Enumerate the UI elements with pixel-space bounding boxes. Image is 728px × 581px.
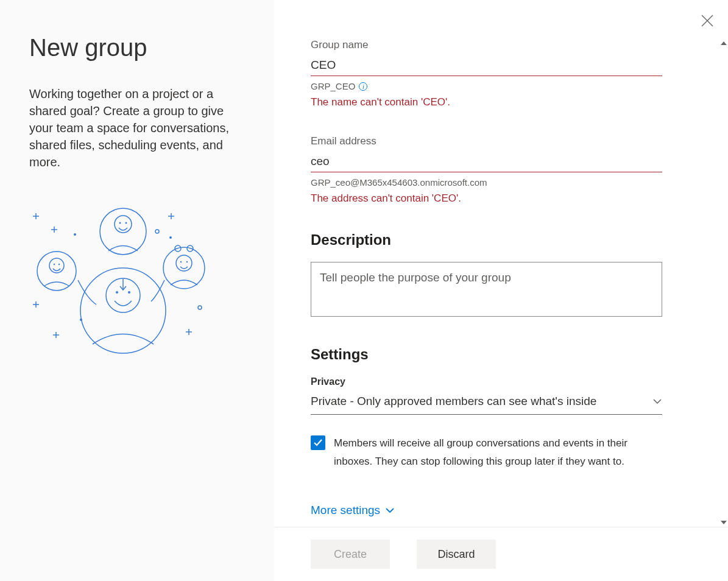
svg-point-25 [163,247,205,289]
group-name-input[interactable] [311,55,662,76]
email-hint-row: GRP_ceo@M365x454603.onmicrosoft.com [311,177,662,188]
left-pane: New group Working together on a project … [0,0,274,581]
svg-point-13 [155,230,159,233]
subscribe-checkbox[interactable] [311,435,325,450]
email-input[interactable] [311,151,662,172]
settings-heading: Settings [311,346,662,363]
more-settings-toggle[interactable]: More settings [311,504,662,517]
more-settings-label: More settings [311,504,380,517]
svg-point-23 [54,264,55,265]
page-title: New group [29,34,247,61]
scrollbar[interactable] [719,39,728,527]
scroll-up-icon [721,41,727,45]
svg-point-16 [169,236,172,239]
description-input[interactable] [311,262,662,317]
privacy-select[interactable]: Private - Only approved members can see … [311,391,662,415]
svg-point-19 [119,222,121,224]
form-area: Group name GRP_CEO i The name can't cont… [274,0,728,527]
email-field: Email address GRP_ceo@M365x454603.onmicr… [311,135,662,205]
right-pane: Group name GRP_CEO i The name can't cont… [274,0,728,581]
email-error: The address can't contain 'CEO'. [311,192,662,205]
group-name-label: Group name [311,39,662,51]
svg-point-14 [198,306,202,309]
privacy-label: Privacy [311,376,662,387]
group-name-alias: GRP_CEO [311,81,355,91]
subscribe-label: Members will receive all group conversat… [334,434,662,471]
discard-button[interactable]: Discard [417,540,496,569]
chevron-down-icon [652,396,662,406]
email-resolved: GRP_ceo@M365x454603.onmicrosoft.com [311,177,487,188]
email-label: Email address [311,135,662,147]
group-name-hint-row: GRP_CEO i [311,81,662,91]
svg-point-33 [116,291,118,294]
page-intro: Working together on a project or a share… [29,85,236,171]
dialog-footer: Create Discard [274,527,728,581]
settings-section: Settings Privacy Private - Only approved… [311,346,662,517]
group-name-field: Group name GRP_CEO i The name can't cont… [311,39,662,108]
svg-point-30 [186,261,188,262]
svg-point-34 [128,291,130,294]
group-name-error: The name can't contain 'CEO'. [311,96,662,108]
svg-point-29 [180,261,182,262]
description-heading: Description [311,231,662,248]
svg-point-12 [74,233,76,236]
chevron-down-icon [385,505,395,515]
info-icon[interactable]: i [359,82,367,91]
svg-point-20 [125,222,127,224]
scroll-down-icon [721,521,727,524]
new-group-dialog: New group Working together on a project … [0,0,728,581]
svg-point-24 [58,264,60,265]
privacy-value: Private - Only approved members can see … [311,395,596,408]
create-button[interactable]: Create [311,540,390,569]
checkmark-icon [313,438,323,448]
subscribe-row: Members will receive all group conversat… [311,434,662,471]
group-illustration [29,207,236,362]
